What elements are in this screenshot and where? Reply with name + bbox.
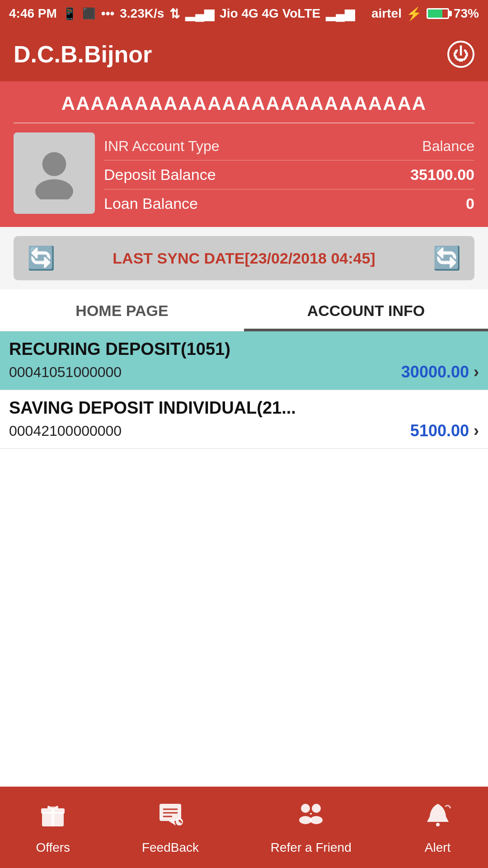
account-type-saving: SAVING DEPOSIT INDIVIDUAL(21...	[9, 398, 479, 418]
svg-point-0	[42, 152, 66, 176]
nav-label-feedback: FeedBack	[142, 840, 199, 855]
nav-label-alert: Alert	[425, 840, 451, 855]
avatar	[14, 132, 95, 214]
account-info-right: INR Account Type Balance Deposit Balance…	[104, 132, 474, 218]
account-type-label: INR Account Type	[104, 138, 220, 155]
tab-account-info[interactable]: ACCOUNT INFO	[244, 289, 488, 331]
network-speed: 3.23K/s	[120, 6, 164, 21]
status-bar-left: 4:46 PM 📱 ⬛ ••• 3.23K/s ⇅ ▂▄▆ Jio 4G 4G …	[9, 6, 355, 21]
signal-bars-icon: ▂▄▆	[185, 6, 214, 21]
account-list: RECURING DEPOSIT(1051) 00041051000000 30…	[0, 331, 488, 449]
account-details: INR Account Type Balance Deposit Balance…	[14, 132, 474, 218]
status-bar: 4:46 PM 📱 ⬛ ••• 3.23K/s ⇅ ▂▄▆ Jio 4G 4G …	[0, 0, 488, 27]
tab-home-page[interactable]: HOME PAGE	[0, 289, 244, 331]
account-number-recurring: 00041051000000	[9, 364, 122, 381]
account-item-saving[interactable]: SAVING DEPOSIT INDIVIDUAL(21... 00042100…	[0, 390, 488, 449]
power-icon: ⏻	[453, 45, 469, 64]
signal-arrows-icon: ⇅	[169, 6, 180, 21]
account-number-saving: 00042100000000	[9, 423, 122, 439]
svg-rect-4	[51, 807, 55, 826]
carrier2-label: airtel	[371, 6, 402, 21]
tabs-container: HOME PAGE ACCOUNT INFO	[0, 289, 488, 331]
loan-balance-value: 0	[466, 195, 474, 212]
account-name: AAAAAAAAAAAAAAAAAAAAAAAAA	[14, 93, 474, 123]
sync-right-icon: 🔄	[433, 245, 461, 271]
battery-percent: 73%	[454, 6, 479, 21]
carrier1-label: Jio 4G 4G VoLTE	[220, 6, 320, 21]
loan-balance-row: Loan Balance 0	[104, 189, 474, 218]
account-banner: AAAAAAAAAAAAAAAAAAAAAAAAA INR Account Ty…	[0, 81, 488, 227]
nav-item-refer[interactable]: Refer a Friend	[271, 800, 352, 855]
account-item-row-recurring: 00041051000000 30000.00 ›	[9, 363, 479, 382]
avatar-icon	[27, 145, 81, 201]
signal-bars2-icon: ▂▄▆	[326, 6, 355, 21]
balance-header-label: Balance	[422, 138, 474, 155]
account-item-row-saving: 00042100000000 5100.00 ›	[9, 421, 479, 440]
chevron-icon-recurring: ›	[474, 363, 479, 382]
sync-left-icon: 🔄	[27, 245, 55, 271]
account-item-recurring[interactable]: RECURING DEPOSIT(1051) 00041051000000 30…	[0, 331, 488, 390]
svg-point-11	[301, 804, 310, 813]
sync-text: LAST SYNC DATE[23/02/2018 04:45]	[55, 250, 433, 267]
chevron-icon-saving: ›	[474, 421, 479, 440]
nav-item-feedback[interactable]: ✎ FeedBack	[142, 800, 199, 855]
svg-rect-16	[436, 823, 440, 826]
gift-icon	[38, 800, 67, 836]
nav-label-offers: Offers	[36, 840, 70, 855]
svg-point-12	[299, 816, 312, 824]
account-type-row: INR Account Type Balance	[104, 132, 474, 160]
account-balance-saving: 5100.00 ›	[410, 421, 479, 440]
sync-bar[interactable]: 🔄 LAST SYNC DATE[23/02/2018 04:45] 🔄	[14, 236, 474, 280]
feedback-icon: ✎	[156, 800, 185, 836]
status-bar-right: airtel ⚡ 73%	[371, 6, 479, 21]
notification-icon: ⬛	[82, 7, 96, 20]
svg-text:✎: ✎	[178, 819, 183, 825]
ellipsis-icon: •••	[101, 6, 114, 21]
bottom-nav: Offers ✎ FeedBack	[0, 787, 488, 868]
nav-item-alert[interactable]: Alert	[423, 800, 452, 855]
time-label: 4:46 PM	[9, 6, 57, 21]
alert-icon	[423, 800, 452, 836]
nav-label-refer: Refer a Friend	[271, 840, 352, 855]
svg-point-13	[312, 804, 321, 813]
refer-icon	[296, 800, 325, 836]
content-area	[0, 449, 488, 793]
svg-point-1	[35, 179, 73, 199]
deposit-balance-value: 35100.00	[410, 166, 474, 184]
deposit-balance-row: Deposit Balance 35100.00	[104, 160, 474, 189]
account-balance-recurring: 30000.00 ›	[401, 363, 479, 382]
power-button[interactable]: ⏻	[447, 41, 474, 68]
deposit-balance-label: Deposit Balance	[104, 166, 216, 184]
app-title: D.C.B.Bijnor	[14, 41, 152, 68]
battery-icon	[427, 8, 449, 19]
charging-icon: ⚡	[406, 6, 422, 21]
account-type-recurring: RECURING DEPOSIT(1051)	[9, 340, 479, 359]
svg-point-14	[310, 816, 323, 824]
nav-item-offers[interactable]: Offers	[36, 800, 70, 855]
loan-balance-label: Loan Balance	[104, 195, 198, 212]
whatsapp-icon: 📱	[62, 7, 77, 21]
app-header: D.C.B.Bijnor ⏻	[0, 27, 488, 81]
